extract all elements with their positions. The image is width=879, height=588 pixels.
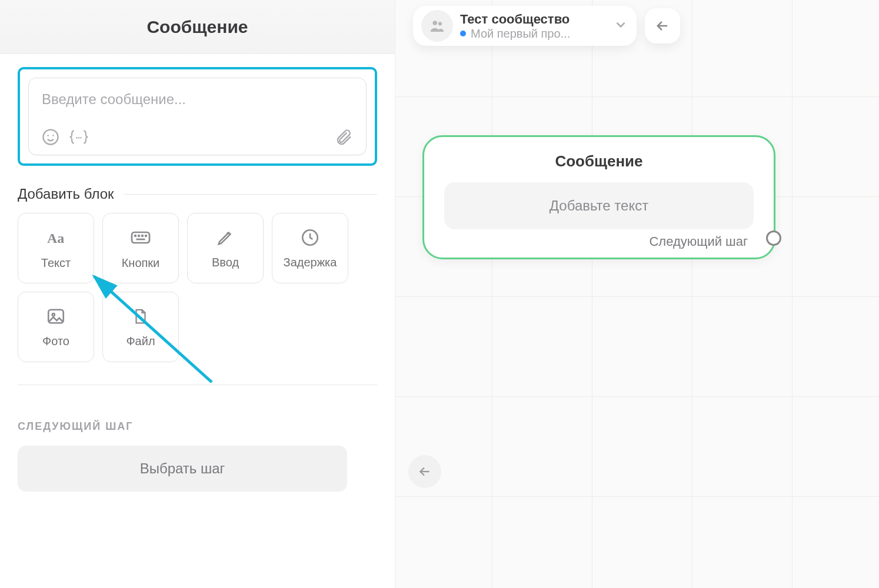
pencil-icon bbox=[215, 228, 235, 248]
edit-panel: Сообщение Введите сообщение... bbox=[0, 0, 395, 588]
add-block-title: Добавить блок bbox=[18, 186, 114, 202]
svg-point-16 bbox=[433, 21, 438, 25]
svg-point-15 bbox=[52, 313, 55, 316]
node-output-port[interactable] bbox=[766, 230, 781, 246]
keyboard-icon bbox=[130, 227, 151, 248]
message-input-toolbar bbox=[42, 128, 353, 146]
group-subtitle: Мой первый про... bbox=[471, 27, 570, 41]
file-icon bbox=[132, 306, 149, 326]
svg-point-3 bbox=[76, 137, 77, 138]
canvas-panel[interactable]: Тест сообщество Мой первый про... Сообще… bbox=[395, 0, 879, 588]
svg-point-4 bbox=[78, 137, 79, 138]
message-node[interactable]: Сообщение Добавьте текст Следующий шаг bbox=[422, 135, 775, 259]
svg-point-2 bbox=[52, 135, 54, 136]
group-title: Тест сообщество bbox=[460, 12, 606, 27]
svg-point-1 bbox=[47, 135, 49, 136]
placeholder-braces-icon[interactable] bbox=[68, 128, 90, 146]
panel-title: Сообщение bbox=[146, 17, 248, 37]
choose-step-button[interactable]: Выбрать шаг bbox=[18, 446, 347, 492]
message-input-placeholder[interactable]: Введите сообщение... bbox=[42, 91, 353, 110]
block-label: Кнопки bbox=[122, 256, 160, 270]
node-body-placeholder[interactable]: Добавьте текст bbox=[444, 182, 754, 229]
back-button[interactable] bbox=[645, 8, 680, 44]
node-next-step-label: Следующий шаг bbox=[649, 234, 748, 249]
block-label: Текст bbox=[41, 256, 71, 270]
choose-step-button-label: Выбрать шаг bbox=[140, 460, 225, 477]
panel-header: Сообщение bbox=[0, 0, 395, 54]
image-icon bbox=[46, 306, 66, 326]
block-label: Файл bbox=[126, 335, 155, 348]
block-input-button[interactable]: Ввод bbox=[187, 213, 264, 283]
svg-rect-14 bbox=[48, 309, 64, 323]
message-input-selected-frame: Введите сообщение... bbox=[18, 67, 377, 166]
text-icon: Aa bbox=[45, 227, 66, 248]
canvas-header: Тест сообщество Мой первый про... bbox=[413, 6, 680, 46]
divider bbox=[18, 385, 377, 385]
svg-point-11 bbox=[145, 235, 146, 236]
canvas-back-button[interactable] bbox=[408, 455, 441, 488]
clock-icon bbox=[300, 228, 320, 248]
next-step-section-label: СЛЕДУЮЩИЙ ШАГ bbox=[18, 420, 377, 433]
status-dot-icon bbox=[460, 31, 466, 36]
block-photo-button[interactable]: Фото bbox=[18, 292, 94, 362]
svg-point-5 bbox=[80, 137, 81, 138]
block-file-button[interactable]: Файл bbox=[102, 292, 179, 362]
group-avatar-icon bbox=[421, 10, 453, 42]
svg-text:Aa: Aa bbox=[47, 230, 64, 246]
attachment-icon[interactable] bbox=[334, 128, 353, 146]
svg-point-17 bbox=[438, 22, 442, 25]
chevron-down-icon[interactable] bbox=[613, 17, 628, 35]
svg-rect-7 bbox=[132, 232, 149, 243]
block-buttons-button[interactable]: Кнопки bbox=[102, 213, 179, 283]
block-delay-button[interactable]: Задержка bbox=[272, 213, 348, 283]
block-type-grid: Aa Текст Кнопки Ввод Задержка Фото bbox=[18, 213, 377, 362]
divider bbox=[124, 194, 377, 195]
group-chip[interactable]: Тест сообщество Мой первый про... bbox=[413, 6, 637, 46]
svg-point-9 bbox=[138, 235, 139, 236]
svg-point-0 bbox=[44, 130, 58, 145]
block-label: Ввод bbox=[212, 256, 239, 269]
message-input[interactable]: Введите сообщение... bbox=[28, 78, 367, 155]
block-label: Задержка bbox=[284, 256, 337, 269]
block-text-button[interactable]: Aa Текст bbox=[18, 213, 94, 283]
node-title: Сообщение bbox=[444, 152, 754, 171]
canvas-grid bbox=[395, 0, 879, 588]
svg-point-8 bbox=[135, 235, 136, 236]
emoji-icon[interactable] bbox=[42, 128, 59, 146]
svg-point-10 bbox=[142, 235, 143, 236]
block-label: Фото bbox=[42, 335, 69, 348]
